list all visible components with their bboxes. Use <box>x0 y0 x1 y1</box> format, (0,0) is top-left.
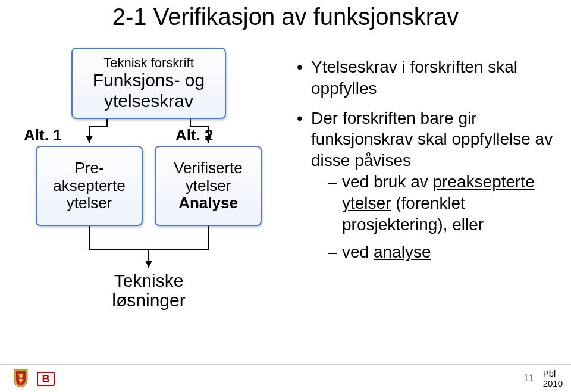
slide-title: 2-1 Verifikasjon av funksjonskrav <box>0 4 571 30</box>
label-alt1: Alt. 1 <box>24 126 62 145</box>
label-tekniske-losninger: Tekniske løsninger <box>89 271 208 310</box>
tek-line2: løsninger <box>89 290 208 310</box>
box-left-line3: ytelser <box>67 195 112 212</box>
box-top-line3: ytelseskrav <box>104 91 193 112</box>
pbl-label: Pbl 2010 <box>543 369 563 388</box>
box-right-line2: ytelser <box>186 177 231 195</box>
box-right-line1: Verifiserte <box>174 159 243 177</box>
label-alt2: Alt. 2 <box>175 126 214 145</box>
b-logo-icon: B <box>37 372 55 386</box>
box-funksjonskrav: Teknisk forskrift Funksjons- og ytelsesk… <box>71 48 226 119</box>
underline-analyse: analyse <box>374 243 431 261</box>
page-number: 11 <box>523 373 534 384</box>
slide: 2-1 Verifikasjon av funksjonskrav Teknis… <box>0 0 571 392</box>
box-top-line1: Teknisk forskrift <box>103 55 194 70</box>
bullet-2-text: Der forskriften bare gir funksjonskrav s… <box>311 109 553 170</box>
box-verifiserte: Verifiserte ytelser Analyse <box>155 146 262 226</box>
footer: B 11 Pbl 2010 <box>0 364 571 392</box>
bullet-2: Der forskriften bare gir funksjonskrav s… <box>294 108 556 263</box>
tek-line1: Tekniske <box>89 271 208 290</box>
bullet-1: Ytelseskrav i forskriften skal oppfylles <box>294 57 556 99</box>
coat-of-arms-icon <box>11 368 31 388</box>
box-left-line2: aksepterte <box>53 177 125 195</box>
box-left-line1: Pre- <box>74 159 103 177</box>
b-logo-letter: B <box>42 374 50 384</box>
bullet-list: Ytelseskrav i forskriften skal oppfylles… <box>294 57 556 271</box>
box-right-line3: Analyse <box>178 195 238 212</box>
sub-bullet-1: ved bruk av preaksepterte ytelser (foren… <box>311 171 556 235</box>
sub-bullet-2: ved analyse <box>311 242 556 263</box>
box-preaksepterte: Pre- aksepterte ytelser <box>36 146 143 226</box>
box-top-line2: Funksjons- og <box>93 70 205 91</box>
